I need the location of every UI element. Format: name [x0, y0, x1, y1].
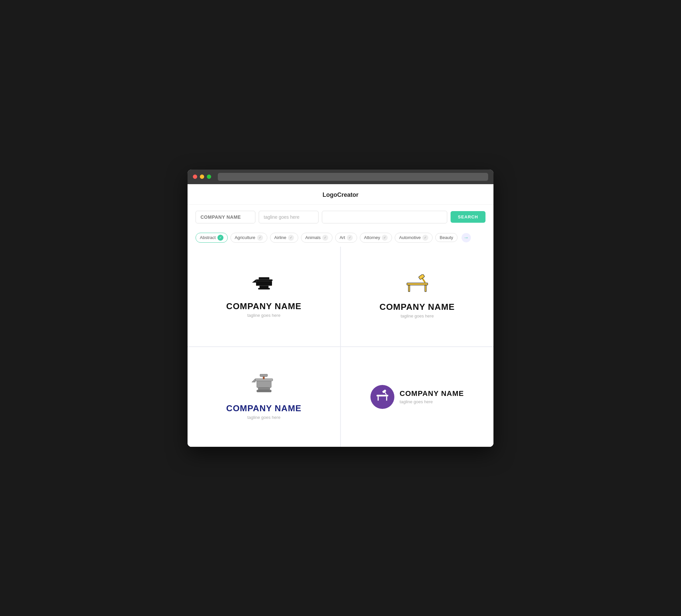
company-name-input[interactable] — [196, 211, 255, 223]
filter-label-animals: Animals — [305, 235, 321, 240]
logo2-icon — [402, 274, 432, 297]
maximize-button[interactable] — [207, 175, 211, 179]
tagline-input[interactable] — [259, 211, 319, 223]
svg-rect-17 — [260, 374, 267, 377]
logo4-circle — [371, 385, 394, 409]
filter-check-attorney: ✓ — [382, 235, 388, 241]
close-button[interactable] — [193, 175, 197, 179]
filter-chip-beauty[interactable]: Beauty — [435, 233, 457, 242]
logo1-company-name: COMPANY NAME — [226, 301, 301, 311]
svg-rect-7 — [408, 285, 410, 292]
filter-check-abstract: ✓ — [218, 235, 224, 241]
svg-rect-19 — [377, 396, 378, 401]
logo1-tagline: tagline goes here — [247, 313, 281, 318]
filter-label-abstract: Abstract — [200, 235, 216, 240]
svg-rect-20 — [386, 396, 387, 401]
svg-rect-6 — [407, 283, 428, 285]
svg-rect-8 — [425, 285, 426, 292]
logo2-company-name: COMPANY NAME — [379, 302, 455, 312]
filter-check-automotive: ✓ — [422, 235, 428, 241]
svg-rect-5 — [258, 288, 270, 289]
filter-check-agriculture: ✓ — [257, 235, 263, 241]
logo-card-4[interactable]: COMPANY NAME tagline goes here — [341, 347, 494, 447]
svg-marker-13 — [252, 379, 255, 382]
logo-card-1[interactable]: COMPANY NAME tagline goes here — [187, 247, 340, 346]
filter-label-art: Art — [339, 235, 345, 240]
svg-rect-4 — [259, 286, 268, 287]
logo4-tagline: tagline goes here — [400, 399, 464, 404]
app-container: LogoCreator SEARCH Abstract ✓ Agricultur… — [187, 184, 494, 447]
filter-chip-animals[interactable]: Animals ✓ — [301, 233, 332, 243]
filter-chip-art[interactable]: Art ✓ — [335, 233, 357, 243]
logo1-icon — [251, 275, 277, 297]
logo2-tagline: tagline goes here — [401, 313, 434, 318]
filter-check-airline: ✓ — [288, 235, 294, 241]
svg-rect-14 — [258, 388, 270, 390]
logo3-company-name: COMPANY NAME — [226, 403, 301, 414]
svg-rect-0 — [259, 277, 269, 279]
filter-chip-attorney[interactable]: Attorney ✓ — [360, 233, 392, 243]
filter-chip-abstract[interactable]: Abstract ✓ — [196, 233, 228, 243]
logo-card-2[interactable]: COMPANY NAME tagline goes here — [341, 247, 494, 346]
filter-label-agriculture: Agriculture — [235, 235, 255, 240]
filter-chip-agriculture[interactable]: Agriculture ✓ — [230, 233, 267, 243]
filter-chip-automotive[interactable]: Automotive ✓ — [395, 233, 433, 243]
search-bar: SEARCH — [187, 205, 494, 229]
filter-label-attorney: Attorney — [364, 235, 380, 240]
keyword-input[interactable] — [322, 211, 447, 223]
app-title: LogoCreator — [323, 191, 358, 198]
svg-marker-2 — [252, 279, 256, 283]
logo3-icon — [249, 374, 279, 399]
filter-check-art: ✓ — [347, 235, 353, 241]
titlebar — [187, 170, 494, 184]
logo-card-3[interactable]: COMPANY NAME tagline goes here — [187, 347, 340, 447]
filter-bar: Abstract ✓ Agriculture ✓ Airline ✓ Anima… — [187, 229, 494, 247]
filter-check-animals: ✓ — [322, 235, 328, 241]
filter-label-airline: Airline — [274, 235, 286, 240]
svg-rect-15 — [257, 390, 271, 392]
app-header: LogoCreator — [187, 184, 494, 205]
logo-grid: COMPANY NAME tagline goes here — [187, 247, 494, 447]
svg-rect-1 — [256, 279, 273, 281]
filter-label-automotive: Automotive — [399, 235, 421, 240]
filter-chip-airline[interactable]: Airline ✓ — [270, 233, 298, 243]
svg-rect-3 — [256, 281, 272, 286]
search-button[interactable]: SEARCH — [451, 211, 485, 223]
svg-rect-22 — [382, 389, 386, 393]
svg-rect-18 — [376, 394, 388, 396]
filter-next-button[interactable]: → — [461, 233, 471, 242]
minimize-button[interactable] — [200, 175, 204, 179]
address-bar — [218, 173, 488, 181]
logo3-tagline: tagline goes here — [247, 415, 281, 420]
filter-label-beauty: Beauty — [439, 235, 453, 240]
logo4-text: COMPANY NAME tagline goes here — [400, 389, 464, 404]
logo4-company-name: COMPANY NAME — [400, 389, 464, 398]
svg-rect-11 — [257, 380, 271, 388]
svg-rect-10 — [418, 274, 425, 280]
app-window: LogoCreator SEARCH Abstract ✓ Agricultur… — [187, 170, 494, 447]
logo4-wrapper: COMPANY NAME tagline goes here — [371, 385, 464, 409]
